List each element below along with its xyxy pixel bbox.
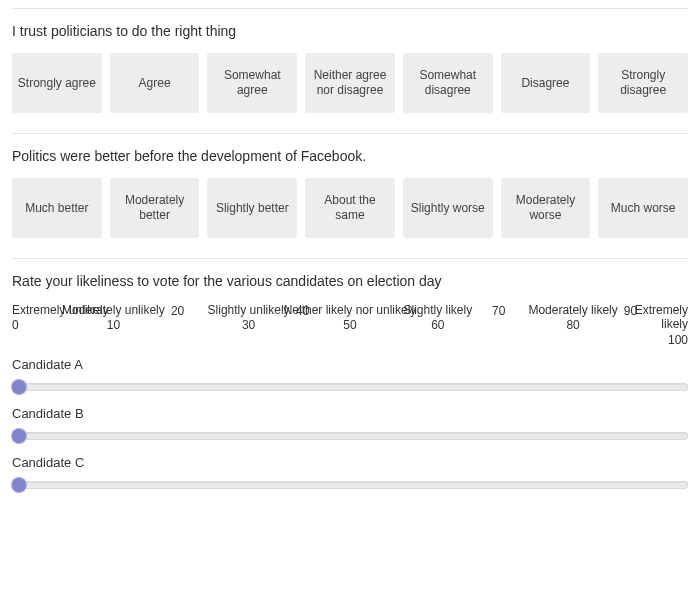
slider-track [12,383,688,391]
q2-options: Much better Moderately better Slightly b… [12,178,688,238]
divider-top [12,8,688,9]
slider-thumb[interactable] [11,428,27,444]
slider-thumb[interactable] [11,379,27,395]
candidate-b-slider[interactable] [12,427,688,445]
q2-opt-3[interactable]: Slightly better [207,178,297,238]
slider-thumb[interactable] [11,477,27,493]
divider-2 [12,258,688,259]
candidate-a-slider[interactable] [12,378,688,396]
q1-opt-6[interactable]: Disagree [501,53,591,113]
survey-page: I trust politicians to do the right thin… [0,0,700,508]
q1-opt-3[interactable]: Somewhat agree [207,53,297,113]
q2-opt-2[interactable]: Moderately better [110,178,200,238]
q2-opt-1[interactable]: Much better [12,178,102,238]
q2-opt-7[interactable]: Much worse [598,178,688,238]
q1-opt-4[interactable]: Neither agree nor disagree [305,53,395,113]
slider-candidate-b: Candidate B [12,406,688,445]
candidate-a-label: Candidate A [12,357,688,372]
candidate-c-label: Candidate C [12,455,688,470]
tick-10: Moderately unlikely10 [62,303,165,333]
tick-50: Neither likely nor unlikely50 [284,303,417,333]
q1-opt-5[interactable]: Somewhat disagree [403,53,493,113]
slider-candidate-c: Candidate C [12,455,688,494]
tick-20: 20 [171,303,184,318]
q1-opt-2[interactable]: Agree [110,53,200,113]
tick-100: Extremely likely100 [635,303,688,347]
candidate-b-label: Candidate B [12,406,688,421]
q2-prompt: Politics were better before the developm… [12,148,688,164]
tick-30: Slightly unlikely30 [208,303,290,333]
slider-track [12,432,688,440]
tick-70: 70 [492,303,505,318]
q1-options: Strongly agree Agree Somewhat agree Neit… [12,53,688,113]
tick-80: Moderately likely80 [528,303,617,333]
q1-prompt: I trust politicians to do the right thin… [12,23,688,39]
q2-opt-4[interactable]: About the same [305,178,395,238]
q3-prompt: Rate your likeliness to vote for the var… [12,273,688,289]
q1-opt-1[interactable]: Strongly agree [12,53,102,113]
q2-opt-6[interactable]: Moderately worse [501,178,591,238]
q1-opt-7[interactable]: Strongly disagree [598,53,688,113]
q3-scale: Extremely unlikely0 Moderately unlikely1… [12,303,688,347]
slider-candidate-a: Candidate A [12,357,688,396]
slider-track [12,481,688,489]
candidate-c-slider[interactable] [12,476,688,494]
divider-1 [12,133,688,134]
q2-opt-5[interactable]: Slightly worse [403,178,493,238]
tick-60: Slightly likely60 [404,303,473,333]
